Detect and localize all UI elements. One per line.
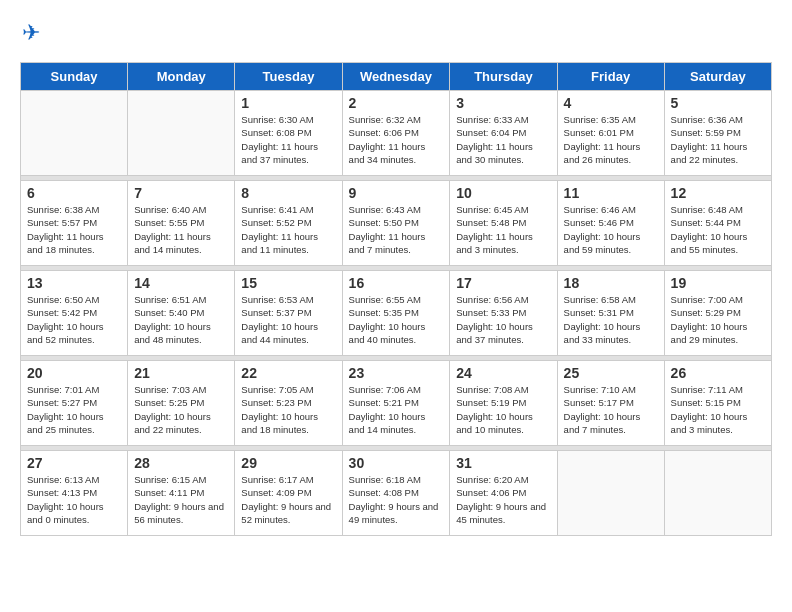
day-info: Sunrise: 6:55 AM Sunset: 5:35 PM Dayligh…	[349, 293, 444, 346]
day-number: 21	[134, 365, 228, 381]
calendar-day-cell	[664, 451, 771, 536]
calendar-day-cell: 24Sunrise: 7:08 AM Sunset: 5:19 PM Dayli…	[450, 361, 557, 446]
calendar-header-thursday: Thursday	[450, 63, 557, 91]
day-number: 1	[241, 95, 335, 111]
day-number: 8	[241, 185, 335, 201]
calendar-week-row: 1Sunrise: 6:30 AM Sunset: 6:08 PM Daylig…	[21, 91, 772, 176]
calendar-day-cell: 28Sunrise: 6:15 AM Sunset: 4:11 PM Dayli…	[128, 451, 235, 536]
day-info: Sunrise: 7:01 AM Sunset: 5:27 PM Dayligh…	[27, 383, 121, 436]
day-number: 15	[241, 275, 335, 291]
calendar-day-cell: 29Sunrise: 6:17 AM Sunset: 4:09 PM Dayli…	[235, 451, 342, 536]
day-info: Sunrise: 6:38 AM Sunset: 5:57 PM Dayligh…	[27, 203, 121, 256]
calendar-week-row: 6Sunrise: 6:38 AM Sunset: 5:57 PM Daylig…	[21, 181, 772, 266]
day-number: 6	[27, 185, 121, 201]
day-number: 24	[456, 365, 550, 381]
day-number: 17	[456, 275, 550, 291]
calendar-table: SundayMondayTuesdayWednesdayThursdayFrid…	[20, 62, 772, 536]
calendar-day-cell: 5Sunrise: 6:36 AM Sunset: 5:59 PM Daylig…	[664, 91, 771, 176]
calendar-day-cell: 21Sunrise: 7:03 AM Sunset: 5:25 PM Dayli…	[128, 361, 235, 446]
day-info: Sunrise: 7:00 AM Sunset: 5:29 PM Dayligh…	[671, 293, 765, 346]
calendar-day-cell	[557, 451, 664, 536]
day-number: 25	[564, 365, 658, 381]
calendar-day-cell: 17Sunrise: 6:56 AM Sunset: 5:33 PM Dayli…	[450, 271, 557, 356]
day-info: Sunrise: 6:46 AM Sunset: 5:46 PM Dayligh…	[564, 203, 658, 256]
calendar-day-cell: 6Sunrise: 6:38 AM Sunset: 5:57 PM Daylig…	[21, 181, 128, 266]
calendar-day-cell: 9Sunrise: 6:43 AM Sunset: 5:50 PM Daylig…	[342, 181, 450, 266]
day-info: Sunrise: 7:08 AM Sunset: 5:19 PM Dayligh…	[456, 383, 550, 436]
day-info: Sunrise: 6:53 AM Sunset: 5:37 PM Dayligh…	[241, 293, 335, 346]
calendar-day-cell: 26Sunrise: 7:11 AM Sunset: 5:15 PM Dayli…	[664, 361, 771, 446]
day-number: 9	[349, 185, 444, 201]
calendar-day-cell: 30Sunrise: 6:18 AM Sunset: 4:08 PM Dayli…	[342, 451, 450, 536]
calendar-day-cell: 8Sunrise: 6:41 AM Sunset: 5:52 PM Daylig…	[235, 181, 342, 266]
day-number: 28	[134, 455, 228, 471]
calendar-day-cell: 4Sunrise: 6:35 AM Sunset: 6:01 PM Daylig…	[557, 91, 664, 176]
day-info: Sunrise: 7:03 AM Sunset: 5:25 PM Dayligh…	[134, 383, 228, 436]
day-number: 29	[241, 455, 335, 471]
day-info: Sunrise: 6:32 AM Sunset: 6:06 PM Dayligh…	[349, 113, 444, 166]
day-number: 30	[349, 455, 444, 471]
day-number: 3	[456, 95, 550, 111]
calendar-week-row: 27Sunrise: 6:13 AM Sunset: 4:13 PM Dayli…	[21, 451, 772, 536]
calendar-day-cell: 14Sunrise: 6:51 AM Sunset: 5:40 PM Dayli…	[128, 271, 235, 356]
day-info: Sunrise: 6:51 AM Sunset: 5:40 PM Dayligh…	[134, 293, 228, 346]
calendar-day-cell: 12Sunrise: 6:48 AM Sunset: 5:44 PM Dayli…	[664, 181, 771, 266]
day-info: Sunrise: 6:17 AM Sunset: 4:09 PM Dayligh…	[241, 473, 335, 526]
calendar-day-cell: 27Sunrise: 6:13 AM Sunset: 4:13 PM Dayli…	[21, 451, 128, 536]
day-number: 14	[134, 275, 228, 291]
calendar-day-cell: 11Sunrise: 6:46 AM Sunset: 5:46 PM Dayli…	[557, 181, 664, 266]
calendar-header-row: SundayMondayTuesdayWednesdayThursdayFrid…	[21, 63, 772, 91]
calendar-day-cell: 7Sunrise: 6:40 AM Sunset: 5:55 PM Daylig…	[128, 181, 235, 266]
day-number: 10	[456, 185, 550, 201]
day-number: 26	[671, 365, 765, 381]
day-info: Sunrise: 7:05 AM Sunset: 5:23 PM Dayligh…	[241, 383, 335, 436]
page-header: ✈	[20, 20, 772, 46]
day-info: Sunrise: 6:18 AM Sunset: 4:08 PM Dayligh…	[349, 473, 444, 526]
day-info: Sunrise: 6:20 AM Sunset: 4:06 PM Dayligh…	[456, 473, 550, 526]
calendar-day-cell	[128, 91, 235, 176]
logo-bird-icon: ✈	[22, 20, 40, 46]
calendar-header-tuesday: Tuesday	[235, 63, 342, 91]
calendar-day-cell: 3Sunrise: 6:33 AM Sunset: 6:04 PM Daylig…	[450, 91, 557, 176]
calendar-header-monday: Monday	[128, 63, 235, 91]
day-number: 18	[564, 275, 658, 291]
calendar-day-cell: 20Sunrise: 7:01 AM Sunset: 5:27 PM Dayli…	[21, 361, 128, 446]
day-number: 13	[27, 275, 121, 291]
day-number: 20	[27, 365, 121, 381]
calendar-day-cell: 1Sunrise: 6:30 AM Sunset: 6:08 PM Daylig…	[235, 91, 342, 176]
day-number: 4	[564, 95, 658, 111]
day-info: Sunrise: 7:11 AM Sunset: 5:15 PM Dayligh…	[671, 383, 765, 436]
day-info: Sunrise: 6:33 AM Sunset: 6:04 PM Dayligh…	[456, 113, 550, 166]
day-info: Sunrise: 7:10 AM Sunset: 5:17 PM Dayligh…	[564, 383, 658, 436]
day-info: Sunrise: 6:56 AM Sunset: 5:33 PM Dayligh…	[456, 293, 550, 346]
day-number: 7	[134, 185, 228, 201]
calendar-day-cell: 22Sunrise: 7:05 AM Sunset: 5:23 PM Dayli…	[235, 361, 342, 446]
calendar-day-cell: 15Sunrise: 6:53 AM Sunset: 5:37 PM Dayli…	[235, 271, 342, 356]
logo: ✈	[20, 20, 40, 46]
day-info: Sunrise: 6:35 AM Sunset: 6:01 PM Dayligh…	[564, 113, 658, 166]
calendar-day-cell: 25Sunrise: 7:10 AM Sunset: 5:17 PM Dayli…	[557, 361, 664, 446]
calendar-week-row: 13Sunrise: 6:50 AM Sunset: 5:42 PM Dayli…	[21, 271, 772, 356]
day-info: Sunrise: 6:50 AM Sunset: 5:42 PM Dayligh…	[27, 293, 121, 346]
day-info: Sunrise: 6:45 AM Sunset: 5:48 PM Dayligh…	[456, 203, 550, 256]
day-number: 12	[671, 185, 765, 201]
day-info: Sunrise: 7:06 AM Sunset: 5:21 PM Dayligh…	[349, 383, 444, 436]
calendar-day-cell: 10Sunrise: 6:45 AM Sunset: 5:48 PM Dayli…	[450, 181, 557, 266]
day-info: Sunrise: 6:40 AM Sunset: 5:55 PM Dayligh…	[134, 203, 228, 256]
calendar-day-cell	[21, 91, 128, 176]
day-info: Sunrise: 6:48 AM Sunset: 5:44 PM Dayligh…	[671, 203, 765, 256]
day-number: 27	[27, 455, 121, 471]
calendar-header-friday: Friday	[557, 63, 664, 91]
day-info: Sunrise: 6:41 AM Sunset: 5:52 PM Dayligh…	[241, 203, 335, 256]
day-number: 5	[671, 95, 765, 111]
calendar-day-cell: 18Sunrise: 6:58 AM Sunset: 5:31 PM Dayli…	[557, 271, 664, 356]
day-info: Sunrise: 6:15 AM Sunset: 4:11 PM Dayligh…	[134, 473, 228, 526]
day-number: 31	[456, 455, 550, 471]
day-number: 2	[349, 95, 444, 111]
day-info: Sunrise: 6:58 AM Sunset: 5:31 PM Dayligh…	[564, 293, 658, 346]
calendar-day-cell: 13Sunrise: 6:50 AM Sunset: 5:42 PM Dayli…	[21, 271, 128, 356]
day-number: 23	[349, 365, 444, 381]
day-number: 22	[241, 365, 335, 381]
day-info: Sunrise: 6:30 AM Sunset: 6:08 PM Dayligh…	[241, 113, 335, 166]
calendar-header-sunday: Sunday	[21, 63, 128, 91]
